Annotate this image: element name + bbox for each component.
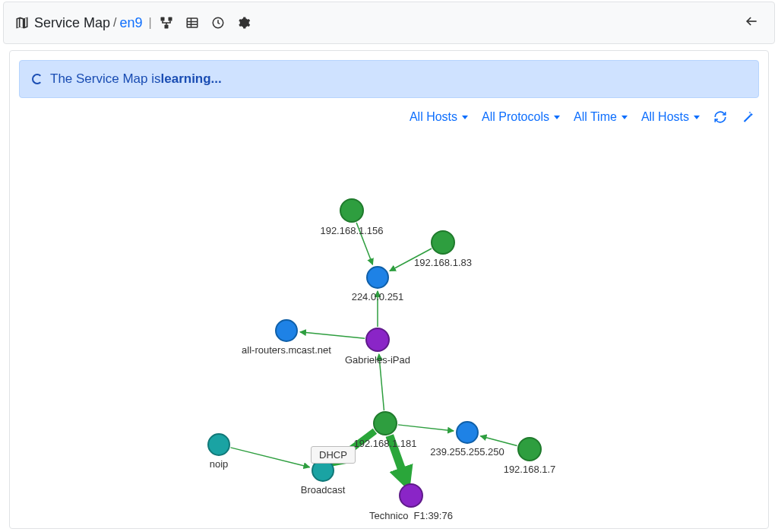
graph-node-label: noip <box>210 458 229 470</box>
refresh-icon[interactable] <box>713 110 727 124</box>
graph-node[interactable] <box>518 438 541 461</box>
graph-node[interactable] <box>432 231 454 254</box>
svg-rect-2 <box>164 25 168 29</box>
graph-view-icon[interactable] <box>158 14 175 31</box>
graph-node-label: 192.168.1.7 <box>504 464 556 475</box>
magic-wand-icon[interactable] <box>741 110 754 124</box>
graph-node-label: 192.168.1.181 <box>353 438 416 449</box>
graph-node[interactable] <box>208 434 229 455</box>
page-title: Service Map <box>34 15 110 31</box>
graph-node-label: all-routers.mcast.net <box>242 344 331 356</box>
graph-node-label: 239.255.255.250 <box>430 446 504 458</box>
graph-node-label: Broadcast <box>301 484 346 496</box>
back-arrow-icon[interactable] <box>739 11 764 36</box>
graph-node[interactable] <box>457 422 478 443</box>
topbar: Service Map / en9 | <box>3 2 775 44</box>
svg-rect-3 <box>187 18 198 27</box>
graph-node-label: Gabrieles-iPad <box>345 354 410 366</box>
service-map-graph[interactable]: 192.168.1.156192.168.1.83224.0.0.251all-… <box>19 157 759 519</box>
graph-edge[interactable] <box>398 425 454 431</box>
graph-node[interactable] <box>367 267 388 288</box>
graph-edge[interactable] <box>480 436 517 446</box>
filters-bar: All Hosts All Protocols All Time All Hos… <box>19 98 759 130</box>
table-view-icon[interactable] <box>184 14 201 31</box>
graph-node[interactable] <box>400 484 422 507</box>
graph-edge[interactable] <box>231 448 310 467</box>
graph-node[interactable] <box>340 199 363 222</box>
graph-node[interactable] <box>312 460 334 481</box>
filter-hosts-1[interactable]: All Hosts <box>410 110 468 124</box>
interface-link[interactable]: en9 <box>120 15 143 31</box>
gear-icon[interactable] <box>236 14 252 31</box>
svg-rect-0 <box>160 17 164 21</box>
graph-node[interactable] <box>374 412 397 435</box>
graph-node[interactable] <box>366 328 389 351</box>
graph-node[interactable] <box>276 320 297 341</box>
clock-icon[interactable] <box>210 14 226 31</box>
graph-node-label: 192.168.1.83 <box>414 257 472 268</box>
alert-text: The Service Map is <box>50 71 161 87</box>
map-icon <box>14 15 30 30</box>
graph-area[interactable]: 192.168.1.156192.168.1.83224.0.0.251all-… <box>19 157 759 519</box>
filter-protocols[interactable]: All Protocols <box>482 110 560 124</box>
svg-rect-1 <box>168 17 172 21</box>
graph-edge[interactable] <box>300 332 365 339</box>
spinner-icon <box>32 74 43 84</box>
graph-node-label: Technico_F1:39:76 <box>369 510 453 519</box>
alert-strong: learning... <box>161 71 222 87</box>
graph-node-label: 224.0.0.251 <box>352 291 404 302</box>
graph-node-label: 192.168.1.156 <box>320 225 383 236</box>
caret-down-icon <box>554 116 560 119</box>
content-card: The Service Map is learning... All Hosts… <box>9 50 769 529</box>
filter-time[interactable]: All Time <box>574 110 628 124</box>
title-separator: / <box>113 16 116 30</box>
title-pipe: | <box>149 16 152 30</box>
caret-down-icon <box>694 116 700 119</box>
filter-hosts-2[interactable]: All Hosts <box>641 110 700 124</box>
learning-alert: The Service Map is learning... <box>19 60 759 98</box>
caret-down-icon <box>621 116 628 119</box>
caret-down-icon <box>462 116 468 119</box>
